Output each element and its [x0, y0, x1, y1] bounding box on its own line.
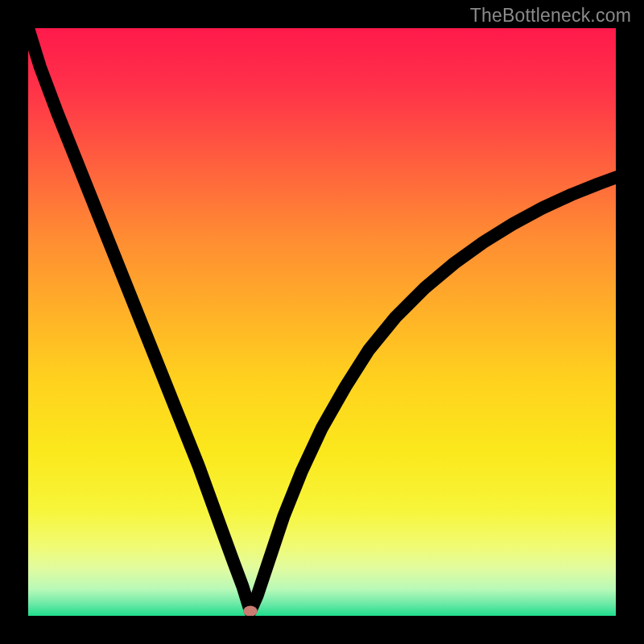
chart-frame: TheBottleneck.com	[0, 0, 644, 644]
bottleneck-chart	[28, 28, 616, 616]
watermark-text: TheBottleneck.com	[470, 5, 631, 27]
plot-area	[28, 28, 616, 616]
gradient-background	[28, 28, 616, 616]
